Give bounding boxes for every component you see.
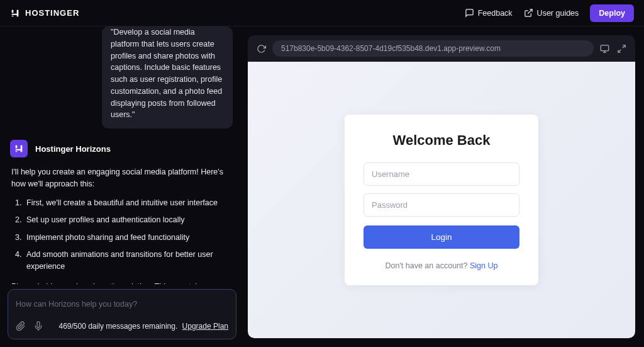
user-message: "Develop a social media platform that le…	[102, 26, 233, 128]
url-bar[interactable]: 517b830e-5b09-4362-8507-4d19cf535b48.dev…	[272, 40, 594, 57]
password-field[interactable]	[364, 193, 519, 217]
composer: 469/500 daily messages remaining. Upgrad…	[8, 289, 236, 339]
composer-status: 469/500 daily messages remaining. Upgrad…	[58, 322, 228, 331]
expand-icon[interactable]	[617, 44, 626, 54]
bot-message: I'll help you create an engaging social …	[8, 166, 236, 284]
preview-actions	[600, 44, 626, 54]
main-content: "Develop a social media platform that le…	[0, 26, 644, 347]
logo-mark-icon	[10, 8, 20, 18]
svg-line-0	[528, 9, 532, 14]
preview-viewport: Welcome Back Login Don't have an account…	[248, 62, 635, 338]
login-card: Welcome Back Login Don't have an account…	[345, 115, 538, 285]
attachment-icon[interactable]	[16, 321, 26, 331]
login-title: Welcome Back	[364, 132, 519, 149]
composer-input[interactable]	[16, 297, 228, 321]
signup-link[interactable]: Sign Up	[470, 261, 497, 270]
list-item: Set up user profiles and authentication …	[24, 214, 233, 226]
bot-steps-list: First, we'll create a beautiful and intu…	[24, 197, 233, 273]
preview-panel: 517b830e-5b09-4362-8507-4d19cf535b48.dev…	[244, 26, 644, 347]
feedback-icon	[465, 8, 474, 18]
signup-prefix: Don't have an account?	[386, 261, 470, 270]
chat-panel: "Develop a social media platform that le…	[0, 26, 244, 347]
topbar-right: Feedback User guides Deploy	[465, 4, 634, 22]
list-item: First, we'll create a beautiful and intu…	[24, 197, 233, 209]
signup-row: Don't have an account? Sign Up	[364, 261, 519, 270]
login-button[interactable]: Login	[364, 225, 519, 249]
bot-name: Hostinger Horizons	[35, 144, 111, 154]
topbar: HOSTINGER Feedback User guides Deploy	[0, 0, 644, 26]
list-item: Implement photo sharing and feed functio…	[24, 232, 233, 244]
composer-icons	[16, 321, 43, 331]
feedback-label: Feedback	[478, 9, 513, 18]
bot-hold-text: Please hold on as I work on the solution…	[11, 281, 233, 284]
messages-remaining: 469/500 daily messages remaining.	[58, 322, 177, 331]
brand-text: HOSTINGER	[25, 8, 79, 18]
upgrade-plan-link[interactable]: Upgrade Plan	[182, 322, 228, 331]
svg-rect-2	[601, 45, 609, 50]
user-guides-link[interactable]: User guides	[524, 8, 579, 18]
svg-line-6	[618, 49, 621, 52]
bot-avatar-icon	[10, 140, 28, 157]
microphone-icon[interactable]	[33, 321, 43, 331]
bot-header: Hostinger Horizons	[10, 140, 236, 157]
preview-frame: 517b830e-5b09-4362-8507-4d19cf535b48.dev…	[248, 35, 635, 338]
composer-bottom: 469/500 daily messages remaining. Upgrad…	[16, 321, 228, 331]
user-guides-label: User guides	[537, 9, 579, 18]
feedback-link[interactable]: Feedback	[465, 8, 513, 18]
brand-logo[interactable]: HOSTINGER	[10, 8, 79, 18]
bot-intro: I'll help you create an engaging social …	[11, 166, 233, 191]
list-item: Add smooth animations and transitions fo…	[24, 249, 233, 273]
refresh-icon[interactable]	[257, 44, 266, 54]
deploy-button[interactable]: Deploy	[590, 4, 634, 22]
preview-toolbar: 517b830e-5b09-4362-8507-4d19cf535b48.dev…	[248, 35, 635, 62]
chat-scroll[interactable]: "Develop a social media platform that le…	[8, 26, 236, 284]
username-field[interactable]	[364, 162, 519, 186]
external-link-icon	[524, 8, 533, 18]
svg-line-5	[623, 45, 625, 47]
devices-icon[interactable]	[600, 44, 609, 54]
